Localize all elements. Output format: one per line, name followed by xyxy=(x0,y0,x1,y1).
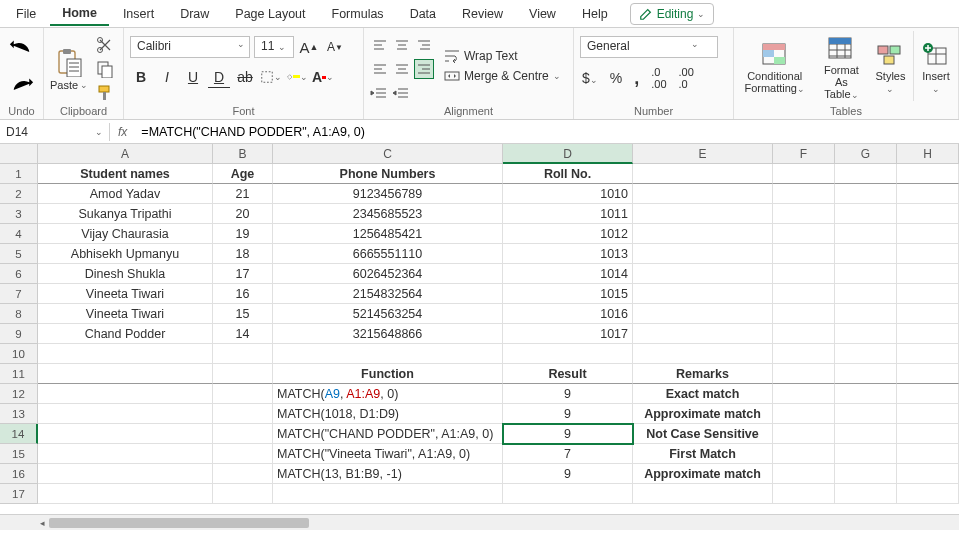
cell[interactable]: 18 xyxy=(213,244,273,264)
cell[interactable] xyxy=(835,264,897,284)
styles-button[interactable]: Styles⌄ xyxy=(873,36,907,95)
cell[interactable]: Vineeta Tiwari xyxy=(38,284,213,304)
cell[interactable] xyxy=(897,424,959,444)
name-box[interactable]: D14⌄ xyxy=(0,123,110,141)
decrease-indent-icon[interactable] xyxy=(370,87,388,101)
cell[interactable]: Amod Yadav xyxy=(38,184,213,204)
editing-mode-button[interactable]: Editing ⌄ xyxy=(630,3,715,25)
cell[interactable]: 15 xyxy=(213,304,273,324)
col-header-C[interactable]: C xyxy=(273,144,503,164)
col-header-F[interactable]: F xyxy=(773,144,835,164)
cell[interactable] xyxy=(835,404,897,424)
undo-icon[interactable] xyxy=(6,34,37,60)
cell[interactable] xyxy=(503,484,633,504)
cell[interactable] xyxy=(897,224,959,244)
align-top-right[interactable] xyxy=(414,37,434,57)
row-header[interactable]: 7 xyxy=(0,284,38,304)
cell[interactable] xyxy=(273,344,503,364)
tab-data[interactable]: Data xyxy=(398,3,448,25)
cell[interactable] xyxy=(835,184,897,204)
cell[interactable] xyxy=(773,264,835,284)
cell[interactable] xyxy=(835,324,897,344)
tab-draw[interactable]: Draw xyxy=(168,3,221,25)
cell[interactable] xyxy=(835,424,897,444)
row-header[interactable]: 3 xyxy=(0,204,38,224)
cell[interactable] xyxy=(897,284,959,304)
cell[interactable] xyxy=(897,164,959,184)
scissors-icon[interactable] xyxy=(96,36,114,54)
cell[interactable] xyxy=(503,344,633,364)
formula-bar[interactable] xyxy=(135,123,959,141)
cell[interactable] xyxy=(835,304,897,324)
cell[interactable]: 2154832564 xyxy=(273,284,503,304)
cell[interactable]: MATCH(13, B1:B9, -1) xyxy=(273,464,503,484)
cell[interactable]: Exact match xyxy=(633,384,773,404)
cell[interactable]: MATCH(A9, A1:A9, 0) xyxy=(273,384,503,404)
cell[interactable] xyxy=(38,484,213,504)
align-bottom-left[interactable] xyxy=(370,59,390,79)
row-header[interactable]: 15 xyxy=(0,444,38,464)
cell[interactable] xyxy=(773,204,835,224)
cell[interactable] xyxy=(773,284,835,304)
cell[interactable]: Age xyxy=(213,164,273,184)
cell[interactable] xyxy=(773,464,835,484)
paste-button[interactable]: Paste⌄ xyxy=(50,41,88,91)
col-header-B[interactable]: B xyxy=(213,144,273,164)
cell[interactable]: MATCH("CHAND PODDER", A1:A9, 0) xyxy=(273,424,503,444)
decrease-font-icon[interactable]: A▼ xyxy=(324,36,346,58)
align-bottom-center[interactable] xyxy=(392,59,412,79)
increase-decimal-button[interactable]: .0.00 xyxy=(649,66,668,90)
cell[interactable] xyxy=(213,484,273,504)
cell[interactable] xyxy=(213,364,273,384)
cell[interactable] xyxy=(835,444,897,464)
cell[interactable] xyxy=(773,184,835,204)
row-header[interactable]: 9 xyxy=(0,324,38,344)
cell[interactable] xyxy=(773,304,835,324)
row-header[interactable]: 10 xyxy=(0,344,38,364)
cell[interactable] xyxy=(773,364,835,384)
cell[interactable]: 1011 xyxy=(503,204,633,224)
cell[interactable]: 7 xyxy=(503,444,633,464)
cell[interactable] xyxy=(38,404,213,424)
cell[interactable] xyxy=(835,384,897,404)
cell[interactable]: 9 xyxy=(503,384,633,404)
cell[interactable] xyxy=(213,344,273,364)
row-header[interactable]: 5 xyxy=(0,244,38,264)
row-header[interactable]: 17 xyxy=(0,484,38,504)
row-header[interactable]: 6 xyxy=(0,264,38,284)
cell[interactable] xyxy=(633,204,773,224)
cell[interactable]: 1256485421 xyxy=(273,224,503,244)
cell[interactable] xyxy=(633,184,773,204)
col-header-H[interactable]: H xyxy=(897,144,959,164)
cell[interactable] xyxy=(835,484,897,504)
cell[interactable] xyxy=(835,284,897,304)
decrease-decimal-button[interactable]: .00.0 xyxy=(677,66,696,90)
cell[interactable] xyxy=(773,164,835,184)
select-all-corner[interactable] xyxy=(0,144,38,164)
cell[interactable]: Not Case Sensitive xyxy=(633,424,773,444)
cell[interactable]: Roll No. xyxy=(503,164,633,184)
row-header[interactable]: 12 xyxy=(0,384,38,404)
cell[interactable] xyxy=(835,464,897,484)
merge-centre-button[interactable]: Merge & Centre⌄ xyxy=(444,69,561,83)
cell[interactable]: 1015 xyxy=(503,284,633,304)
tab-file[interactable]: File xyxy=(4,3,48,25)
increase-indent-icon[interactable] xyxy=(392,87,410,101)
cell[interactable] xyxy=(633,264,773,284)
cell[interactable]: Function xyxy=(273,364,503,384)
cell[interactable] xyxy=(38,424,213,444)
cell[interactable]: Vijay Chaurasia xyxy=(38,224,213,244)
insert-button[interactable]: Insert⌄ xyxy=(920,36,952,95)
tab-formulas[interactable]: Formulas xyxy=(320,3,396,25)
cell[interactable]: Dinesh Shukla xyxy=(38,264,213,284)
cell[interactable] xyxy=(835,364,897,384)
cell[interactable] xyxy=(897,364,959,384)
cell[interactable]: 3215648866 xyxy=(273,324,503,344)
cell[interactable] xyxy=(213,444,273,464)
cell[interactable] xyxy=(773,244,835,264)
cell[interactable] xyxy=(835,244,897,264)
cell[interactable]: 1010 xyxy=(503,184,633,204)
cell[interactable] xyxy=(773,424,835,444)
row-header[interactable]: 13 xyxy=(0,404,38,424)
cell[interactable]: 20 xyxy=(213,204,273,224)
